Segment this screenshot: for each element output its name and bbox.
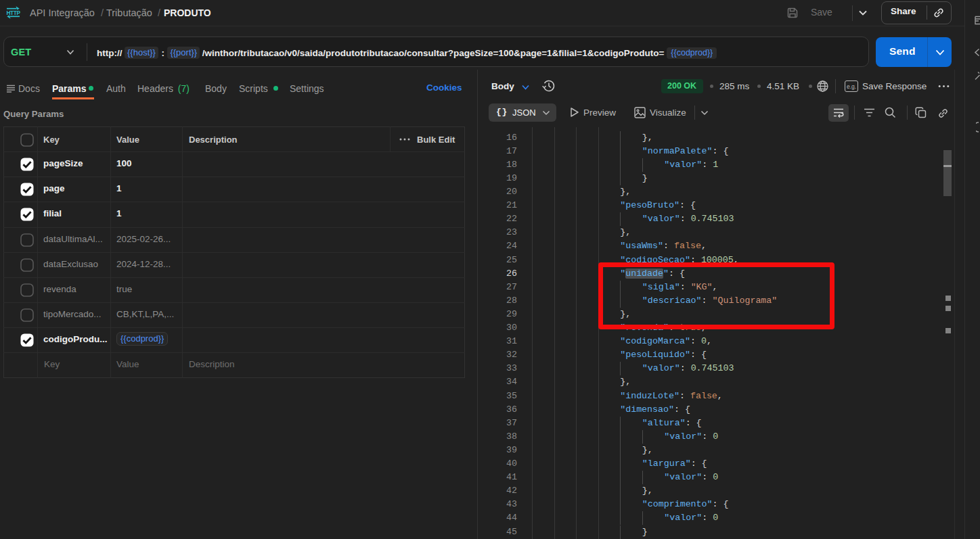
svg-text:HTTP: HTTP xyxy=(6,9,20,16)
